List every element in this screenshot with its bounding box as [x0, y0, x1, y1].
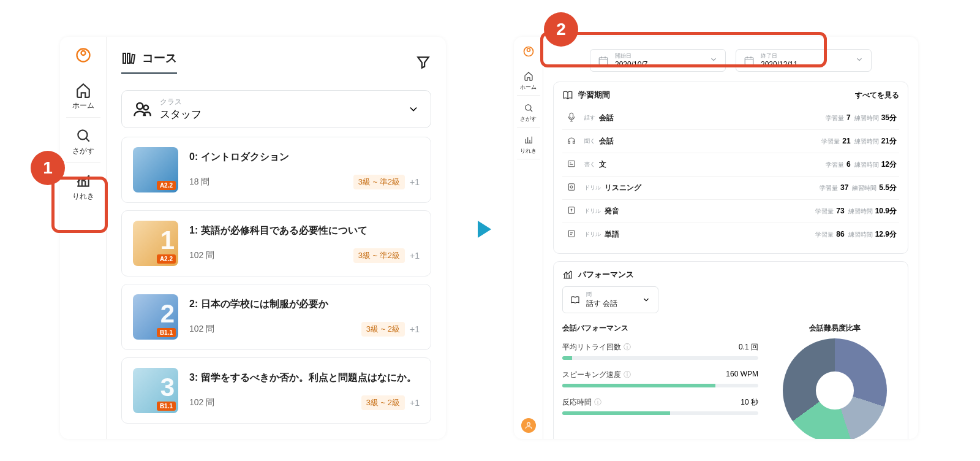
activity-tag: 話す — [584, 114, 595, 122]
course-thumbnail: 1 A2.2 — [133, 221, 178, 266]
course-item[interactable]: 2 B1.1 2: 日本の学校には制服が必要か 102 問 3級 ~ 2級 +1 — [121, 284, 431, 350]
perf-mode-label: 問 — [586, 291, 617, 299]
nav-home-label: ホーム — [72, 101, 94, 110]
activity-amount: 学習量21 — [821, 137, 850, 146]
user-icon — [524, 421, 533, 430]
performance-metric: 平均リトライ回数ⓘ 0.1 回 — [562, 342, 758, 360]
perf-card-title: パフォーマンス — [578, 269, 634, 280]
metric-value: 160 WPM — [726, 370, 758, 380]
activity-amount: 学習量6 — [826, 160, 851, 169]
help-icon[interactable]: ⓘ — [624, 343, 631, 351]
performance-metrics: 会話パフォーマンス 平均リトライ回数ⓘ 0.1 回 スピーキング速度ⓘ 160 … — [562, 321, 758, 439]
users-icon — [133, 100, 151, 118]
study-row[interactable]: ドリル 発音 学習量73 練習時間10.9分 — [562, 200, 899, 223]
donut-chart — [783, 338, 887, 439]
study-row[interactable]: ドリル リスニング 学習量37 練習時間5.5分 — [562, 177, 899, 200]
book-icon — [562, 90, 573, 101]
course-main: コース クラス スタッフ A2.2 0: イントロダクション — [107, 37, 446, 439]
user-avatar[interactable] — [521, 418, 536, 433]
chevron-down-icon — [407, 103, 420, 115]
svg-rect-4 — [127, 53, 130, 63]
activity-amount: 学習量73 — [815, 207, 844, 216]
activity-time: 練習時間35分 — [854, 113, 897, 123]
date-range-row: 開始日 2020/10/7 終了日 2020/12/11 — [553, 47, 908, 74]
sidebar-right: ホーム さがす りれき — [514, 37, 543, 439]
home-icon — [75, 82, 91, 98]
course-thumbnail: 3 B1.1 — [133, 368, 178, 413]
activity-tag: ドリル — [584, 230, 601, 238]
svg-point-1 — [81, 51, 85, 55]
end-date-picker[interactable]: 終了日 2020/12/11 — [736, 49, 872, 72]
performance-metric: 反応時間ⓘ 10 秒 — [562, 397, 758, 415]
activity-tag: 書く — [584, 161, 595, 169]
svg-point-7 — [144, 105, 149, 110]
filter-icon[interactable] — [415, 55, 431, 70]
history-icon — [524, 135, 533, 145]
svg-rect-5 — [131, 55, 135, 63]
start-date-value: 2020/10/7 — [615, 60, 647, 69]
nav-home[interactable]: ホーム — [517, 66, 540, 96]
help-icon[interactable]: ⓘ — [594, 398, 601, 406]
difficulty-ratio: 会話難易度比率 Pre A1A1.1A2.1B1.1 — [771, 321, 899, 439]
end-date-value: 2020/12/11 — [761, 60, 797, 69]
course-item[interactable]: 1 A2.2 1: 英語が必修科目である必要性について 102 問 3級 ~ 準… — [121, 210, 431, 276]
activity-time: 練習時間12分 — [854, 159, 897, 170]
activity-time: 練習時間21分 — [854, 136, 897, 147]
class-selector[interactable]: クラス スタッフ — [121, 90, 431, 128]
course-badge: A2.2 — [157, 254, 176, 264]
activity-name: リスニング — [605, 183, 816, 193]
nav-home-label: ホーム — [520, 84, 537, 90]
history-main: 開始日 2020/10/7 終了日 2020/12/11 — [543, 37, 918, 439]
activity-amount: 学習量7 — [826, 113, 851, 123]
chevron-down-icon — [642, 295, 650, 304]
start-date-picker[interactable]: 開始日 2020/10/7 — [590, 49, 726, 72]
svg-rect-3 — [123, 53, 126, 63]
svg-point-9 — [527, 48, 530, 51]
course-question-count: 102 問 — [189, 250, 214, 261]
nav-search-label: さがす — [72, 147, 94, 155]
nav-search[interactable]: さがす — [517, 98, 540, 128]
svg-rect-14 — [568, 161, 575, 166]
metric-key: 反応時間 — [562, 398, 592, 406]
course-item[interactable]: A2.2 0: イントロダクション 18 問 3級 ~ 準2級 +1 — [121, 137, 431, 203]
study-row[interactable]: 聞く 会話 学習量21 練習時間21分 — [562, 130, 899, 153]
svg-point-11 — [527, 422, 530, 425]
perf-right-title: 会話難易度比率 — [771, 323, 899, 333]
search-icon — [524, 103, 533, 113]
svg-point-16 — [570, 186, 573, 188]
nav-search-label: さがす — [520, 116, 537, 122]
activity-name: 会話 — [599, 113, 822, 123]
annotation-badge-2: 2 — [544, 12, 578, 47]
nav-history[interactable]: りれき — [517, 130, 540, 159]
activity-tag: ドリル — [584, 184, 601, 192]
course-title: 2: 日本の学校には制服が必要か — [189, 297, 420, 311]
course-title: 0: イントロダクション — [189, 150, 420, 164]
see-all-link[interactable]: すべてを見る — [855, 90, 899, 101]
nav-history[interactable]: りれき — [66, 166, 100, 208]
course-badge: B1.1 — [157, 328, 176, 337]
activity-name: 発音 — [605, 206, 812, 216]
course-item[interactable]: 3 B1.1 3: 留学をするべきか否か。利点と問題点はなにか。 102 問 3… — [121, 357, 431, 424]
metric-key: 平均リトライ回数 — [562, 343, 621, 351]
chevron-down-icon — [709, 55, 718, 64]
nav-search[interactable]: さがす — [66, 120, 100, 163]
study-card-title: 学習期間 — [578, 90, 610, 101]
nav-home[interactable]: ホーム — [66, 75, 100, 118]
activity-time: 練習時間12.9分 — [848, 229, 897, 240]
sidebar-left: ホーム さがす りれき — [60, 37, 107, 439]
study-row[interactable]: 書く 文 学習量6 練習時間12分 — [562, 153, 899, 177]
activity-time: 練習時間10.9分 — [848, 206, 897, 216]
svg-rect-15 — [568, 184, 574, 191]
svg-rect-18 — [568, 230, 574, 237]
metric-key: スピーキング速度 — [562, 370, 621, 379]
metric-bar — [562, 411, 758, 415]
course-question-count: 102 問 — [189, 324, 214, 335]
book-icon — [570, 295, 580, 305]
end-date-label: 終了日 — [761, 52, 797, 60]
svg-point-10 — [525, 105, 530, 110]
course-level-range: 3級 ~ 準2級 — [353, 248, 405, 263]
performance-mode-select[interactable]: 問 話す 会話 — [562, 286, 658, 313]
study-row[interactable]: 話す 会話 学習量7 練習時間35分 — [562, 107, 899, 130]
help-icon[interactable]: ⓘ — [624, 370, 631, 379]
study-row[interactable]: ドリル 単語 学習量86 練習時間12.9分 — [562, 223, 899, 246]
